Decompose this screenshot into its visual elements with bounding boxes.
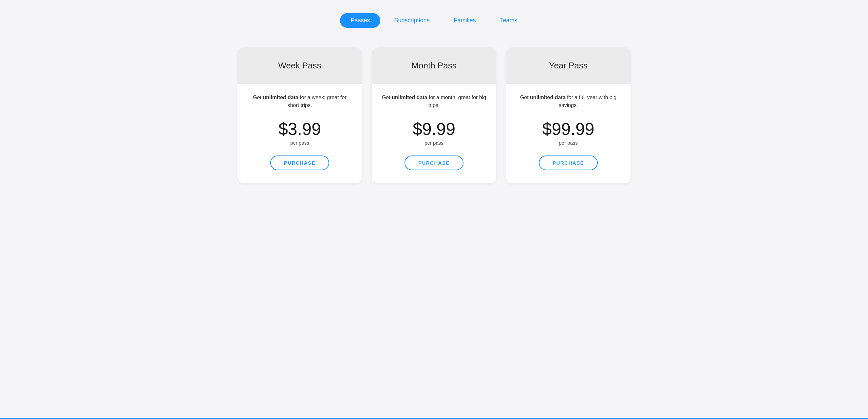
nav-tabs: Passes Subscriptions Families Teams xyxy=(340,13,528,28)
tab-subscriptions[interactable]: Subscriptions xyxy=(383,13,440,28)
year-pass-description: Get unlimited data for a full year with … xyxy=(516,94,621,109)
week-pass-header: Week Pass xyxy=(238,47,362,84)
bottom-bar xyxy=(0,418,868,419)
week-pass-price-unit: per pass xyxy=(290,140,309,146)
week-pass-purchase-button[interactable]: PURCHASE xyxy=(270,156,329,170)
month-pass-purchase-button[interactable]: PURCHASE xyxy=(405,156,463,170)
month-pass-body: Get unlimited data for a month; great fo… xyxy=(372,84,496,183)
page-wrapper: Passes Subscriptions Families Teams Week… xyxy=(205,0,663,203)
month-pass-price-unit: per pass xyxy=(425,140,443,146)
week-pass-description: Get unlimited data for a week; great for… xyxy=(247,94,352,109)
week-pass-body: Get unlimited data for a week; great for… xyxy=(238,84,362,183)
week-pass-price: $3.99 xyxy=(278,119,321,139)
month-pass-header: Month Pass xyxy=(372,47,496,84)
week-pass-card: Week Pass Get unlimited data for a week;… xyxy=(238,47,362,183)
cards-container: Week Pass Get unlimited data for a week;… xyxy=(211,47,657,183)
year-pass-price: $99.99 xyxy=(542,119,594,139)
tab-families[interactable]: Families xyxy=(443,13,487,28)
year-pass-card: Year Pass Get unlimited data for a full … xyxy=(506,47,630,183)
year-pass-title: Year Pass xyxy=(513,61,624,71)
year-pass-header: Year Pass xyxy=(506,47,630,84)
month-pass-description: Get unlimited data for a month; great fo… xyxy=(381,94,487,109)
year-pass-price-unit: per pass xyxy=(559,140,578,146)
month-pass-title: Month Pass xyxy=(378,61,490,71)
week-pass-title: Week Pass xyxy=(244,61,355,71)
tab-teams[interactable]: Teams xyxy=(490,13,528,28)
tab-passes[interactable]: Passes xyxy=(340,13,380,28)
year-pass-body: Get unlimited data for a full year with … xyxy=(506,84,630,183)
month-pass-card: Month Pass Get unlimited data for a mont… xyxy=(372,47,496,183)
month-pass-price: $9.99 xyxy=(413,119,455,139)
year-pass-purchase-button[interactable]: PURCHASE xyxy=(539,156,598,170)
